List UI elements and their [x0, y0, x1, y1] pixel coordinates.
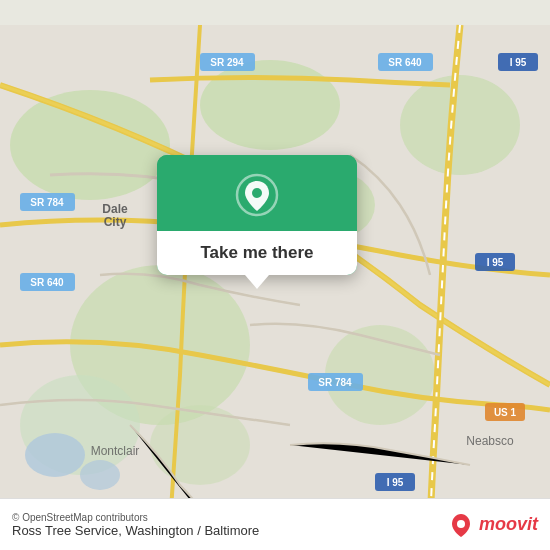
svg-point-35 — [457, 520, 465, 528]
svg-point-9 — [25, 433, 85, 477]
svg-text:US 1: US 1 — [494, 407, 517, 418]
svg-point-3 — [400, 75, 520, 175]
map-attribution: © OpenStreetMap contributors — [12, 512, 259, 523]
popup-card: Take me there — [157, 155, 357, 275]
moovit-brand-text: moovit — [479, 514, 538, 535]
moovit-icon — [447, 511, 475, 539]
popup-tail — [245, 275, 269, 289]
svg-text:I 95: I 95 — [487, 257, 504, 268]
popup-header — [157, 155, 357, 231]
map-container: SR 294 SR 640 I 95 SR 784 SR 640 I 95 SR… — [0, 0, 550, 550]
svg-text:SR 784: SR 784 — [318, 377, 352, 388]
location-pin-icon — [235, 173, 279, 217]
map-background: SR 294 SR 640 I 95 SR 784 SR 640 I 95 SR… — [0, 0, 550, 550]
svg-point-10 — [80, 460, 120, 490]
svg-point-1 — [10, 90, 170, 200]
svg-text:SR 784: SR 784 — [30, 197, 64, 208]
svg-text:I 95: I 95 — [510, 57, 527, 68]
svg-text:SR 640: SR 640 — [30, 277, 64, 288]
popup-bottom: Take me there — [157, 231, 357, 275]
svg-text:SR 640: SR 640 — [388, 57, 422, 68]
svg-text:I 95: I 95 — [387, 477, 404, 488]
bottom-bar: © OpenStreetMap contributors Ross Tree S… — [0, 498, 550, 550]
bottom-left: © OpenStreetMap contributors Ross Tree S… — [12, 512, 259, 538]
svg-text:Montclair: Montclair — [91, 444, 140, 458]
take-me-there-button[interactable]: Take me there — [188, 243, 325, 263]
svg-point-34 — [252, 188, 262, 198]
moovit-logo[interactable]: moovit — [447, 511, 538, 539]
svg-point-2 — [200, 60, 340, 150]
svg-text:Dale: Dale — [102, 202, 128, 216]
svg-text:City: City — [104, 215, 127, 229]
svg-text:Neabsco: Neabsco — [466, 434, 514, 448]
svg-text:SR 294: SR 294 — [210, 57, 244, 68]
location-label: Ross Tree Service, Washington / Baltimor… — [12, 523, 259, 538]
